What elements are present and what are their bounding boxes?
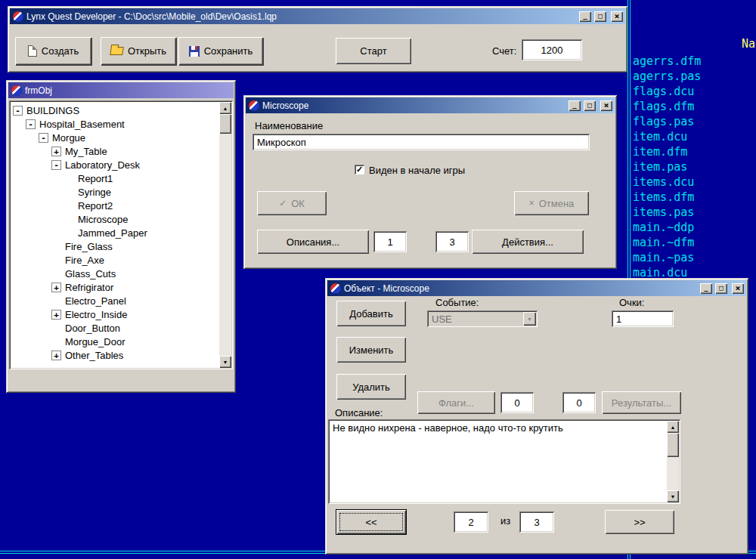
- description-textarea[interactable]: Не видно нихрена - наверное, надо что-то…: [328, 419, 680, 504]
- minimize-icon[interactable]: _: [700, 283, 712, 294]
- tree-item[interactable]: - Laboratory_Desk: [11, 158, 218, 171]
- tree-item[interactable]: Glass_Cuts: [11, 267, 218, 280]
- ok-button: ✓ ОК: [257, 191, 327, 215]
- page-current-field[interactable]: 2: [454, 511, 488, 533]
- scroll-down-icon[interactable]: ▼: [667, 490, 679, 502]
- start-button[interactable]: Старт: [336, 38, 411, 64]
- tree-expand-icon[interactable]: -: [13, 106, 23, 116]
- tree-item-label: Report1: [78, 173, 113, 184]
- check-icon: ✓: [279, 199, 287, 208]
- name-input[interactable]: [253, 134, 590, 150]
- tree-item[interactable]: Fire_Glass: [11, 239, 218, 253]
- file-name[interactable]: agerrs.dfm: [633, 54, 701, 69]
- scrollbar-thumb[interactable]: [667, 433, 679, 457]
- microscope-dialog: Microscope _ □ × Наименование ✓ Виден в …: [243, 95, 617, 269]
- delete-button[interactable]: Удалить: [336, 374, 406, 400]
- results-count-field[interactable]: 0: [562, 392, 596, 413]
- file-name[interactable]: item.dfm: [633, 144, 701, 159]
- file-name[interactable]: main.~pas: [633, 250, 701, 265]
- score-field[interactable]: 1200: [522, 39, 582, 60]
- points-field[interactable]: 1: [612, 310, 674, 327]
- open-button[interactable]: Открыть: [101, 37, 176, 65]
- add-button[interactable]: Добавить: [336, 301, 406, 326]
- object-titlebar[interactable]: Объект - Microscope _ □ ×: [327, 280, 746, 296]
- actions-count-field[interactable]: 3: [435, 231, 469, 252]
- main-titlebar[interactable]: Lynx Quest Developer - C:\Doc\src\Mobile…: [10, 8, 625, 24]
- new-button[interactable]: Создать: [15, 37, 91, 65]
- maximize-icon[interactable]: □: [715, 283, 727, 294]
- scroll-up-icon[interactable]: ▲: [667, 421, 679, 433]
- scrollbar-thumb[interactable]: [219, 114, 231, 134]
- main-window: Lynx Quest Developer - C:\Doc\src\Mobile…: [8, 6, 627, 73]
- microscope-titlebar[interactable]: Microscope _ □ ×: [246, 97, 615, 113]
- file-name[interactable]: flags.dfm: [633, 99, 701, 114]
- tree-expand-icon[interactable]: +: [51, 147, 61, 156]
- tree-item[interactable]: + Refrigirator: [11, 280, 218, 294]
- tree-expand-icon[interactable]: -: [39, 133, 48, 143]
- scrollbar-track[interactable]: [667, 433, 679, 490]
- maximize-icon[interactable]: □: [584, 100, 596, 111]
- tree-item[interactable]: Electro_Panel: [11, 294, 218, 307]
- tree-item[interactable]: Jammed_Paper: [11, 226, 218, 239]
- tree-item[interactable]: Microscope: [11, 212, 218, 226]
- object-tree-panel: - BUILDINGS - Hospital_Basement - Morgue…: [9, 100, 233, 369]
- scroll-up-icon[interactable]: ▲: [219, 102, 231, 114]
- file-name[interactable]: agerrs.pas: [633, 69, 701, 84]
- app-icon: [11, 85, 22, 96]
- file-name[interactable]: item.pas: [633, 159, 701, 174]
- file-name[interactable]: items.pas: [633, 205, 701, 220]
- save-floppy-icon: [189, 46, 200, 57]
- save-button[interactable]: Сохранить: [178, 37, 263, 65]
- close-icon[interactable]: ×: [600, 100, 612, 111]
- ok-button-label: ОК: [291, 198, 305, 209]
- tree-item[interactable]: + Electro_Inside: [11, 307, 218, 321]
- descriptions-button[interactable]: Описания...: [257, 230, 369, 254]
- cancel-button-label: Отмена: [539, 198, 575, 209]
- page-total-field[interactable]: 3: [519, 511, 554, 533]
- tree-expand-icon[interactable]: -: [26, 119, 36, 129]
- scrollbar-track[interactable]: [219, 114, 231, 356]
- tree-item[interactable]: Morgue_Door: [11, 335, 218, 348]
- tree-item[interactable]: Door_Button: [11, 321, 218, 335]
- scroll-down-icon[interactable]: ▼: [219, 356, 231, 368]
- tree-item[interactable]: - Morgue: [11, 131, 218, 144]
- next-button[interactable]: >>: [605, 510, 674, 534]
- tree-item[interactable]: Report2: [11, 199, 218, 212]
- file-name[interactable]: items.dfm: [633, 190, 701, 205]
- file-name[interactable]: main.~ddp: [633, 220, 701, 235]
- frmobj-window: frmObj - BUILDINGS - Hospital_Basement -…: [6, 80, 236, 393]
- close-icon[interactable]: ×: [611, 11, 623, 22]
- file-name[interactable]: flags.dcu: [633, 84, 701, 99]
- flags-count-field[interactable]: 0: [500, 392, 534, 413]
- maximize-icon[interactable]: □: [594, 11, 606, 22]
- frmobj-titlebar[interactable]: frmObj: [8, 82, 234, 98]
- file-name[interactable]: main.~dfm: [633, 235, 701, 250]
- tree-item[interactable]: + Other_Tables: [11, 348, 218, 362]
- file-list: agerrs.dfmagerrs.pasflags.dcuflags.dfmfl…: [633, 54, 701, 280]
- description-scrollbar[interactable]: ▲ ▼: [667, 421, 679, 502]
- visible-checkbox[interactable]: ✓: [355, 165, 364, 174]
- tree-item[interactable]: - BUILDINGS: [11, 103, 218, 117]
- tree-item-label: Microscope: [78, 214, 128, 225]
- prev-button[interactable]: <<: [336, 510, 406, 534]
- tree-item[interactable]: Syringe: [11, 185, 218, 199]
- tree-item[interactable]: Fire_Axe: [11, 253, 218, 267]
- descriptions-count-field[interactable]: 1: [373, 231, 407, 252]
- file-name[interactable]: flags.pas: [633, 114, 701, 129]
- tree-expand-icon[interactable]: -: [51, 160, 61, 170]
- minimize-icon[interactable]: _: [569, 100, 581, 111]
- tree-expand-icon[interactable]: +: [51, 283, 61, 292]
- description-text[interactable]: Не видно нихрена - наверное, надо что-то…: [328, 419, 665, 504]
- tree-expand-icon[interactable]: +: [51, 310, 61, 320]
- edit-button[interactable]: Изменить: [336, 337, 406, 363]
- file-name[interactable]: item.dcu: [633, 129, 701, 144]
- tree-item[interactable]: - Hospital_Basement: [11, 117, 218, 131]
- close-icon[interactable]: ×: [732, 283, 744, 294]
- actions-button[interactable]: Действия...: [472, 230, 584, 254]
- tree-scrollbar[interactable]: ▲ ▼: [219, 102, 231, 368]
- tree-item[interactable]: Report1: [11, 171, 218, 185]
- minimize-icon[interactable]: _: [579, 11, 591, 22]
- tree-item[interactable]: + My_Table: [11, 144, 218, 158]
- file-name[interactable]: items.dcu: [633, 174, 701, 190]
- tree-expand-icon[interactable]: +: [51, 351, 61, 360]
